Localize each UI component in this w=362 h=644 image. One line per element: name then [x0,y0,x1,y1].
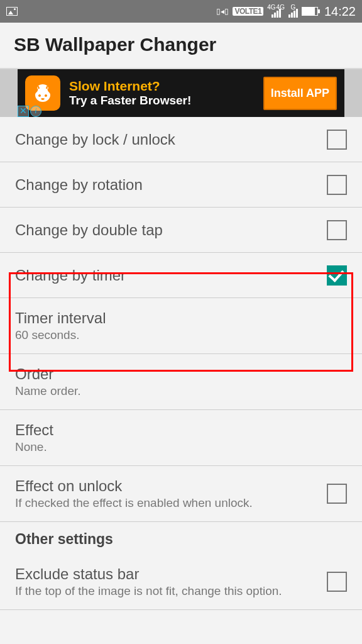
row-label: Order [15,365,339,383]
row-sub: If checked the effect is enabled when un… [15,496,319,510]
change-by-double-tap-row[interactable]: Change by double tap [0,208,362,253]
ad-headline: Slow Internet? [69,78,255,94]
status-bar: ▯◂▯ VOLTE1 4G4G G 14:22 [0,0,362,23]
row-sub: If the top of the image is not fit, chan… [15,584,319,598]
settings-list: Change by lock / unlock Change by rotati… [0,117,362,610]
timer-interval-row[interactable]: Timer interval 60 seconds. [0,298,362,354]
row-label: Change by lock / unlock [15,131,319,148]
row-label: Exclude status bar [15,565,319,583]
effect-row[interactable]: Effect None. [0,410,362,466]
change-by-rotation-checkbox[interactable] [327,175,347,195]
ad-close-icon[interactable]: ✕ [18,106,29,117]
row-sub: None. [15,440,339,454]
effect-on-unlock-checkbox[interactable] [327,484,347,504]
row-label: Effect on unlock [15,477,319,495]
row-label: Change by double tap [15,221,319,239]
row-label: Effect [15,421,339,439]
change-by-double-tap-checkbox[interactable] [327,220,347,240]
signal-icon-2 [288,9,298,18]
exclude-status-bar-checkbox[interactable] [327,572,347,592]
ad-banner[interactable]: Slow Internet? Try a Faster Browser! Ins… [18,69,344,117]
effect-on-unlock-row[interactable]: Effect on unlock If checked the effect i… [0,466,362,522]
order-row[interactable]: Order Name order. [0,354,362,410]
signal-icon-1 [272,9,281,18]
vibrate-icon: ▯◂▯ [216,7,229,16]
row-label: Timer interval [15,309,339,327]
row-label: Change by timer [15,267,319,284]
change-by-rotation-row[interactable]: Change by rotation [0,162,362,208]
install-app-button[interactable]: Install APP [263,77,337,110]
row-sub: Name order. [15,384,339,398]
app-title-bar: SB Wallpaper Changer [0,23,362,69]
gallery-icon [6,7,18,16]
ad-subline: Try a Faster Browser! [69,94,255,108]
battery-icon [302,7,318,16]
ad-info-icon[interactable]: i [30,106,41,117]
change-by-lock-checkbox[interactable] [327,130,347,150]
row-label: Change by rotation [15,176,319,194]
section-label: Other settings [15,531,339,548]
ad-banner-wrap: Slow Internet? Try a Faster Browser! Ins… [0,69,362,117]
change-by-lock-row[interactable]: Change by lock / unlock [0,117,362,162]
page-title: SB Wallpaper Changer [14,34,348,55]
other-settings-header: Other settings [0,522,362,554]
change-by-timer-checkbox[interactable] [327,265,347,286]
exclude-status-bar-row[interactable]: Exclude status bar If the top of the ima… [0,554,362,610]
row-sub: 60 seconds. [15,328,339,342]
change-by-timer-row[interactable]: Change by timer [0,253,362,298]
volte-badge: VOLTE1 [233,7,263,16]
clock: 14:22 [324,4,356,19]
